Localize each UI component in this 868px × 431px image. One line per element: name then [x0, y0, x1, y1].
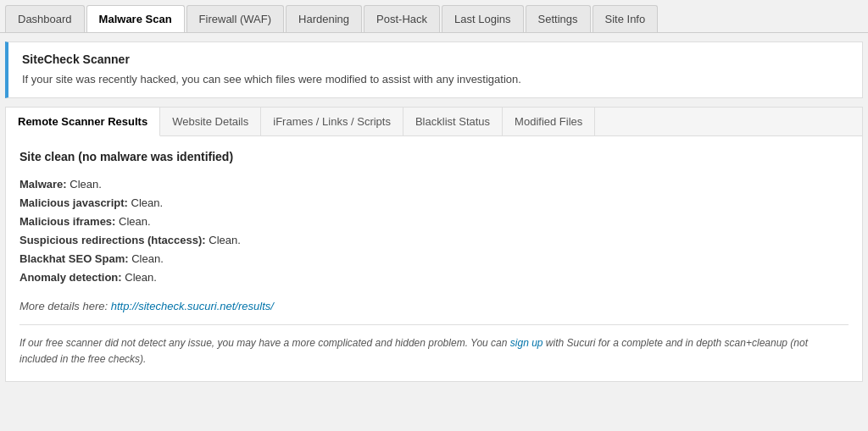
malicious-js-value: Clean.: [128, 196, 163, 209]
anomaly-detection-label: Anomaly detection:: [19, 271, 122, 284]
sitecheck-title: SiteCheck Scanner: [22, 52, 849, 66]
malicious-js-result: Malicious javascript: Clean.: [19, 194, 849, 213]
top-nav: Dashboard Malware Scan Firewall (WAF) Ha…: [0, 0, 868, 33]
results-panel: Site clean (no malware was identified) M…: [5, 135, 863, 382]
divider: [19, 324, 849, 325]
sitecheck-box: SiteCheck Scanner If your site was recen…: [5, 41, 863, 98]
tab-website-details[interactable]: Website Details: [160, 108, 261, 135]
blackhat-seo-result: Blackhat SEO Spam: Clean.: [19, 250, 849, 268]
tab-settings[interactable]: Settings: [526, 5, 591, 32]
anomaly-detection-value: Clean.: [122, 271, 157, 284]
tab-remote-scanner-results[interactable]: Remote Scanner Results: [6, 108, 160, 136]
tab-blacklist-status[interactable]: Blacklist Status: [403, 108, 503, 135]
blackhat-seo-value: Clean.: [129, 252, 164, 265]
more-details-link[interactable]: http://sitecheck.sucuri.net/results/: [111, 300, 274, 312]
tab-dashboard[interactable]: Dashboard: [5, 5, 85, 32]
results-title: Site clean (no malware was identified): [19, 150, 849, 163]
sitecheck-description: If your site was recently hacked, you ca…: [22, 73, 849, 86]
tab-malware-scan[interactable]: Malware Scan: [86, 5, 185, 32]
suspicious-redirections-value: Clean.: [206, 234, 241, 246]
scan-results-list: Malware: Clean. Malicious javascript: Cl…: [19, 175, 849, 288]
malware-result: Malware: Clean.: [19, 175, 849, 194]
malware-value: Clean.: [67, 178, 102, 191]
tab-post-hack[interactable]: Post-Hack: [364, 5, 440, 32]
malicious-iframes-result: Malicious iframes: Clean.: [19, 213, 849, 231]
malware-label: Malware:: [19, 178, 67, 191]
tab-iframes-links-scripts[interactable]: iFrames / Links / Scripts: [261, 108, 403, 135]
malicious-iframes-value: Clean.: [115, 215, 150, 228]
suspicious-redirections-result: Suspicious redirections (htaccess): Clea…: [19, 231, 849, 250]
anomaly-detection-result: Anomaly detection: Clean.: [19, 268, 849, 287]
secondary-nav: Remote Scanner Results Website Details i…: [5, 107, 863, 135]
footer-note: If our free scanner did not detect any i…: [19, 335, 849, 367]
main-content: SiteCheck Scanner If your site was recen…: [0, 41, 868, 387]
malicious-iframes-label: Malicious iframes:: [19, 215, 115, 228]
footer-note-prefix: If our free scanner did not detect any i…: [19, 337, 510, 349]
tab-last-logins[interactable]: Last Logins: [442, 5, 524, 32]
sign-up-link[interactable]: sign up: [510, 337, 543, 349]
malicious-js-label: Malicious javascript:: [19, 196, 128, 209]
tab-site-info[interactable]: Site Info: [593, 5, 659, 32]
suspicious-redirections-label: Suspicious redirections (htaccess):: [19, 234, 206, 246]
more-details: More details here: http://sitecheck.sucu…: [19, 300, 849, 312]
blackhat-seo-label: Blackhat SEO Spam:: [19, 252, 129, 265]
tab-firewall-waf[interactable]: Firewall (WAF): [186, 5, 284, 32]
more-details-prefix: More details here:: [19, 300, 111, 312]
tab-hardening[interactable]: Hardening: [286, 5, 362, 32]
tab-modified-files[interactable]: Modified Files: [503, 108, 595, 135]
